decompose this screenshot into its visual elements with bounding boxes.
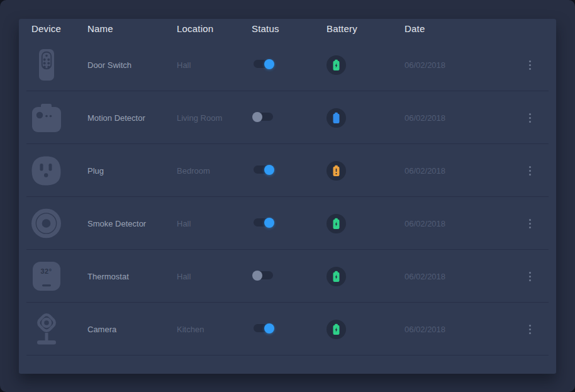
device-date: 06/02/2018 [405, 272, 516, 281]
device-name: Motion Detector [87, 113, 177, 123]
kebab-menu-icon[interactable] [523, 268, 536, 284]
battery-low-icon [332, 165, 340, 177]
table-row: 32° Thermostat Hall 06/02/2018 [19, 250, 556, 303]
column-header-battery: Battery [327, 23, 405, 34]
device-icon-box [31, 311, 61, 347]
column-header-location: Location [177, 23, 252, 34]
status-toggle[interactable] [254, 113, 273, 121]
device-icon-box [31, 206, 61, 241]
device-name: Plug [87, 166, 177, 176]
toggle-knob [264, 323, 274, 333]
battery-indicator [327, 214, 346, 233]
battery-charging-icon [332, 218, 340, 230]
table-row: Camera Kitchen 06/02/2018 [19, 303, 556, 356]
plug-icon [31, 156, 61, 186]
table-row: Smoke Detector Hall 06/02/2018 [19, 197, 556, 250]
toggle-knob [264, 218, 274, 228]
remote-icon [39, 49, 54, 81]
device-date: 06/02/2018 [405, 166, 516, 176]
device-cell: 32° [31, 259, 87, 294]
battery-indicator [327, 320, 346, 339]
column-header-date: Date [405, 23, 516, 34]
table-body: Door Switch Hall 06/02/2018 Motion Detec… [19, 38, 556, 356]
battery-charging-icon [332, 271, 340, 283]
table-row: Motion Detector Living Room 06/02/2018 [19, 91, 556, 144]
device-location: Hall [177, 219, 252, 228]
device-cell [31, 100, 87, 135]
status-toggle[interactable] [254, 324, 273, 332]
page-background: Device Name Location Status Battery Date… [0, 0, 575, 392]
table-header-row: Device Name Location Status Battery Date [19, 19, 556, 38]
status-toggle[interactable] [254, 60, 273, 68]
toggle-knob [252, 271, 262, 281]
column-header-status: Status [252, 23, 327, 34]
device-date: 06/02/2018 [405, 219, 516, 228]
battery-indicator [327, 108, 346, 128]
table-row: Door Switch Hall 06/02/2018 [19, 38, 556, 91]
device-cell [31, 153, 87, 188]
kebab-menu-icon[interactable] [523, 57, 536, 73]
device-location: Living Room [177, 113, 252, 123]
battery-indicator [327, 267, 346, 286]
devices-table-card: Device Name Location Status Battery Date… [19, 19, 556, 374]
thermostat-temp-label: 32° [31, 267, 61, 275]
smoke-detector-icon [31, 208, 61, 238]
battery-indicator [327, 161, 346, 181]
device-icon-box [31, 47, 61, 82]
kebab-menu-icon[interactable] [523, 321, 536, 337]
device-location: Hall [177, 60, 252, 70]
thermostat-icon [33, 262, 60, 291]
toggle-knob [252, 112, 262, 122]
battery-indicator [327, 55, 346, 75]
battery-charging-icon [332, 59, 340, 71]
device-name: Thermostat [87, 272, 177, 281]
device-name: Smoke Detector [87, 219, 177, 228]
device-icon-box [31, 153, 61, 188]
kebab-menu-icon[interactable] [523, 162, 536, 179]
motion-detector-icon [32, 104, 61, 132]
device-name: Door Switch [87, 60, 177, 70]
table-row: Plug Bedroom 06/02/2018 [19, 144, 556, 197]
device-location: Bedroom [177, 166, 252, 176]
kebab-menu-icon[interactable] [523, 215, 536, 232]
device-cell [31, 311, 87, 347]
status-toggle[interactable] [254, 218, 273, 227]
kebab-menu-icon[interactable] [523, 109, 536, 126]
column-header-name: Name [87, 23, 177, 34]
toggle-knob [264, 165, 274, 175]
camera-icon [33, 311, 60, 347]
device-cell [31, 206, 87, 241]
device-date: 06/02/2018 [405, 113, 516, 123]
column-header-device: Device [31, 23, 87, 34]
toggle-knob [264, 59, 274, 69]
device-icon-box [31, 100, 61, 135]
device-icon-box: 32° [31, 259, 61, 294]
status-toggle[interactable] [254, 271, 273, 279]
device-location: Kitchen [177, 325, 252, 334]
device-date: 06/02/2018 [405, 60, 516, 70]
battery-charging-icon [332, 323, 340, 335]
device-date: 06/02/2018 [405, 325, 516, 334]
device-name: Camera [87, 325, 177, 334]
battery-full-icon [332, 112, 340, 124]
status-toggle[interactable] [254, 165, 273, 174]
device-cell [31, 47, 87, 82]
device-location: Hall [177, 272, 252, 281]
